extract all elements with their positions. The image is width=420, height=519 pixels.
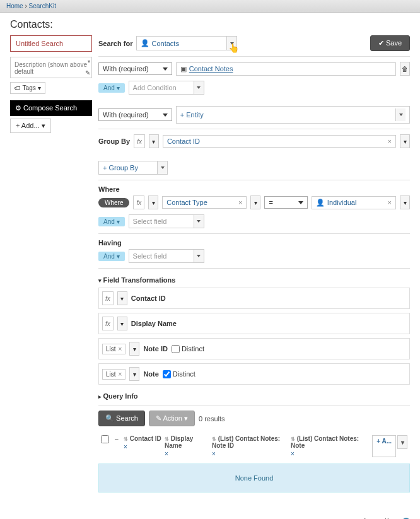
- caret-down-icon: [194, 215, 204, 228]
- where-value[interactable]: 👤 Individual ×: [312, 196, 396, 209]
- ft-row: fx ▾ Display Name: [98, 313, 410, 334]
- add-group-by-button[interactable]: + Group By: [98, 161, 168, 175]
- caret-down-icon: [226, 37, 236, 50]
- add-column-button[interactable]: + A...: [372, 435, 396, 457]
- ft-label: Display Name: [131, 320, 177, 327]
- search-button[interactable]: 🔍 Search: [98, 411, 145, 426]
- caret-down-icon[interactable]: ▾: [400, 195, 410, 209]
- resize-handle-icon[interactable]: ✎: [85, 69, 90, 76]
- join1-entity[interactable]: ▣ Contact Notes: [176, 62, 396, 76]
- add-button[interactable]: + Add... ▾: [10, 119, 51, 133]
- having-add-field-select[interactable]: Select field: [129, 249, 204, 263]
- distinct-checkbox[interactable]: Distinct: [172, 345, 204, 353]
- ft-label: Note ID: [143, 345, 168, 353]
- with-select-1[interactable]: With (required): [98, 62, 172, 75]
- action-button[interactable]: ✎ Action ▾: [149, 411, 195, 426]
- where-add-field-select[interactable]: Select field: [129, 214, 204, 228]
- ft-row: fx ▾ Contact ID: [98, 288, 410, 309]
- user-icon: 👤: [141, 39, 149, 47]
- where-field[interactable]: Contact Type ×: [162, 196, 247, 209]
- having-label: Having: [98, 239, 410, 247]
- results-table-header: – ⇅ Contact ID× ⇅ Display Name× ⇅ (List)…: [98, 431, 410, 461]
- save-button[interactable]: Save: [370, 35, 410, 51]
- ft-label: Contact ID: [131, 294, 166, 302]
- results-count: 0 results: [199, 415, 225, 423]
- caret-down-icon: [194, 250, 204, 262]
- search-name-input[interactable]: Untitled Search: [10, 35, 92, 52]
- chevron-down-icon[interactable]: ▾: [88, 59, 90, 64]
- description-input[interactable]: Description (shown above default ▾ ✎: [10, 57, 92, 78]
- remove-icon[interactable]: ×: [388, 199, 392, 206]
- query-info-header[interactable]: Query Info: [98, 392, 410, 400]
- remove-column-icon[interactable]: ×: [291, 450, 360, 457]
- fx-button[interactable]: fx: [134, 134, 145, 148]
- ft-row: List × ▾ Note ID Distinct: [98, 338, 410, 359]
- fx-button[interactable]: fx: [102, 291, 114, 305]
- with-select-2[interactable]: With (required): [98, 108, 172, 121]
- distinct-checkbox[interactable]: Distinct: [163, 370, 195, 378]
- compose-search-button[interactable]: ⚙ Compose Search: [10, 100, 92, 116]
- caret-down-icon[interactable]: ▾: [149, 134, 159, 148]
- caret-down-icon[interactable]: ▾: [129, 367, 139, 381]
- ft-label: Note: [143, 370, 158, 378]
- where-op-select[interactable]: =: [264, 196, 307, 209]
- search-for-label: Search for: [98, 40, 132, 47]
- remove-icon[interactable]: ×: [238, 199, 242, 206]
- breadcrumb: Home › SearchKit: [0, 0, 420, 13]
- user-icon: 👤: [316, 199, 325, 207]
- caret-down-icon: ▾: [42, 122, 45, 129]
- remove-icon[interactable]: ×: [119, 371, 122, 378]
- caret-down-icon[interactable]: ▾: [129, 342, 139, 356]
- content: Search for 👤 Contacts 👆 Save With (requi…: [98, 35, 410, 493]
- fx-button[interactable]: fx: [102, 317, 114, 330]
- cogs-icon: ⚙: [15, 104, 21, 112]
- breadcrumb-home[interactable]: Home: [6, 3, 23, 9]
- remove-column-icon[interactable]: ×: [212, 450, 291, 457]
- and-button[interactable]: And ▾: [98, 83, 125, 93]
- tag-icon: 🏷: [15, 85, 21, 91]
- field-transformations-header[interactable]: Field Transformations: [98, 276, 410, 284]
- list-pill[interactable]: List ×: [102, 369, 125, 380]
- fx-button[interactable]: fx: [133, 195, 144, 209]
- remove-icon[interactable]: ×: [119, 346, 122, 353]
- trash-icon[interactable]: 🗑: [400, 62, 410, 76]
- ft-row: List × ▾ Note Distinct: [98, 363, 410, 385]
- where-label: Where: [98, 185, 410, 193]
- and-button[interactable]: And ▾: [98, 252, 125, 261]
- caret-down-icon[interactable]: ▾: [148, 195, 158, 209]
- search-for-entity-select[interactable]: 👤 Contacts: [136, 36, 237, 50]
- add-condition-select[interactable]: Add Condition: [129, 81, 204, 95]
- where-pill: Where: [98, 198, 129, 207]
- none-found-message: None Found: [98, 464, 410, 493]
- caret-down-icon: ▾: [38, 85, 41, 91]
- group-by-field[interactable]: Contact ID ×: [163, 135, 396, 148]
- tags-button[interactable]: 🏷 Tags ▾: [10, 82, 45, 94]
- group-by-label: Group By: [98, 137, 130, 145]
- breadcrumb-current[interactable]: SearchKit: [29, 3, 56, 9]
- caret-down-icon[interactable]: ▾: [250, 195, 260, 209]
- and-button[interactable]: And ▾: [98, 217, 125, 226]
- expand-toggle[interactable]: –: [115, 435, 124, 457]
- page-title: Contacts:: [0, 13, 420, 35]
- caret-down-icon[interactable]: ▾: [117, 291, 127, 305]
- note-icon: ▣: [180, 65, 187, 73]
- caret-down-icon: [157, 161, 167, 174]
- caret-down-icon[interactable]: ▾: [397, 435, 407, 449]
- caret-down-icon[interactable]: ▾: [400, 134, 410, 148]
- caret-down-icon: [395, 108, 405, 121]
- remove-column-icon[interactable]: ×: [165, 450, 212, 457]
- caret-down-icon: [194, 81, 204, 94]
- list-pill[interactable]: List ×: [102, 344, 125, 354]
- caret-down-icon[interactable]: ▾: [117, 317, 127, 330]
- remove-icon[interactable]: ×: [388, 137, 392, 145]
- sidebar: Untitled Search Description (shown above…: [10, 35, 92, 493]
- select-all-checkbox[interactable]: [101, 435, 109, 443]
- join2-entity-select[interactable]: + Entity: [176, 106, 410, 124]
- remove-column-icon[interactable]: ×: [124, 443, 165, 450]
- access-keys: Access Keys: ?: [0, 511, 420, 519]
